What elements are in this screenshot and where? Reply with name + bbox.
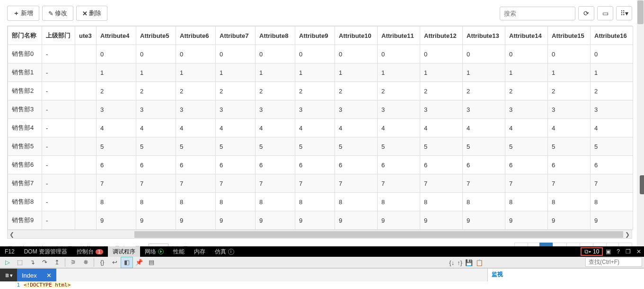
step-into-icon[interactable]: ↴ bbox=[26, 257, 38, 268]
refresh-button[interactable]: ⟳ bbox=[578, 6, 594, 20]
columns-button[interactable]: ⠿▾ bbox=[616, 6, 632, 20]
column-header[interactable]: Attribute9 bbox=[295, 27, 335, 45]
pin-tool-icon[interactable]: 📌 bbox=[133, 257, 145, 268]
tab-memory[interactable]: 内存 bbox=[189, 246, 210, 257]
pin-icon[interactable]: ▣ bbox=[603, 246, 614, 257]
step-over-icon[interactable]: ↷ bbox=[39, 257, 50, 268]
table-row[interactable]: 销售部2-2222222222222 bbox=[8, 82, 633, 100]
save-icon[interactable]: 💾 bbox=[465, 259, 473, 266]
column-header[interactable]: Attribute11 bbox=[378, 27, 420, 45]
tab-debugger[interactable]: 调试程序 bbox=[108, 246, 140, 257]
column-header[interactable]: Attribute16 bbox=[591, 27, 633, 45]
column-header[interactable]: ute3 bbox=[75, 27, 97, 45]
table-cell: 0 bbox=[548, 45, 591, 63]
table-cell: 6 bbox=[548, 156, 591, 174]
column-header[interactable]: Attribute15 bbox=[548, 27, 591, 45]
tab-network[interactable]: 网络 bbox=[140, 246, 168, 257]
table-cell bbox=[75, 45, 97, 63]
pretty-print-icon[interactable]: {} bbox=[97, 257, 108, 268]
side-handle[interactable] bbox=[640, 175, 644, 194]
table-cell: 7 bbox=[176, 174, 216, 193]
table-cell: 1 bbox=[505, 63, 548, 82]
table-cell: 0 bbox=[591, 45, 633, 63]
table-row[interactable]: 销售部7-7777777777777 bbox=[8, 174, 633, 193]
step-out-icon[interactable]: ↥ bbox=[51, 257, 62, 268]
break-icon[interactable]: ⬚ bbox=[14, 257, 26, 268]
table-cell: - bbox=[42, 82, 75, 100]
column-header[interactable]: Attribute14 bbox=[505, 27, 548, 45]
table-cell: 8 bbox=[378, 193, 420, 211]
table-cell: 8 bbox=[420, 193, 463, 211]
exception-icon[interactable]: ✵ bbox=[80, 257, 91, 268]
table-row[interactable]: 销售部0-0000000000000 bbox=[8, 45, 633, 63]
horizontal-scrollbar[interactable]: ❮ ❯ bbox=[7, 230, 632, 239]
table-cell: 6 bbox=[97, 156, 136, 174]
file-picker-handle[interactable]: 🗎▾ bbox=[0, 269, 17, 282]
toggle-button[interactable]: ▭ bbox=[597, 6, 613, 20]
bracket-in-icon[interactable]: {↓ bbox=[449, 259, 454, 266]
tab-performance[interactable]: 性能 bbox=[168, 246, 189, 257]
table-cell: 8 bbox=[176, 193, 216, 211]
column-header[interactable]: Attribute13 bbox=[463, 27, 505, 45]
undock-icon[interactable]: ❐ bbox=[623, 246, 634, 257]
delete-label: 删除 bbox=[89, 9, 101, 18]
table-cell: 8 bbox=[591, 193, 633, 211]
table-row[interactable]: 销售部8-8888888888888 bbox=[8, 193, 633, 211]
table-cell bbox=[75, 82, 97, 100]
table-cell: 7 bbox=[378, 174, 420, 193]
scroll-thumb[interactable] bbox=[134, 231, 623, 238]
table-cell: 5 bbox=[505, 137, 548, 156]
column-header[interactable]: Attribute6 bbox=[176, 27, 216, 45]
table-row[interactable]: 销售部4-4444444444444 bbox=[8, 119, 633, 137]
table-cell: 2 bbox=[295, 82, 335, 100]
table-row[interactable]: 销售部9-9999999999999 bbox=[8, 211, 633, 230]
table-row[interactable]: 销售部5-5555555555555 bbox=[8, 137, 633, 156]
wrap-icon[interactable]: ↩ bbox=[109, 257, 120, 268]
column-header[interactable]: Attribute7 bbox=[216, 27, 256, 45]
table-cell: 7 bbox=[591, 174, 633, 193]
highlight-icon[interactable]: ◧ bbox=[121, 257, 132, 268]
vertical-scrollbar[interactable] bbox=[637, 0, 644, 246]
delete-button[interactable]: ✕删除 bbox=[76, 6, 107, 21]
emulation-size-box[interactable]: ⧉▾ 10 bbox=[581, 247, 603, 256]
scroll-right-arrow[interactable]: ❯ bbox=[623, 230, 632, 239]
search-input[interactable] bbox=[500, 7, 575, 20]
table-cell: 9 bbox=[378, 211, 420, 230]
console-icon[interactable]: ▤ bbox=[146, 257, 157, 268]
continue-icon[interactable]: ▷ bbox=[2, 257, 13, 268]
column-header[interactable]: 上级部门 bbox=[42, 27, 75, 45]
tab-emulation[interactable]: 仿真 i bbox=[210, 246, 239, 257]
add-button[interactable]: ＋新增 bbox=[7, 6, 39, 21]
table-cell: 6 bbox=[591, 156, 633, 174]
find-input[interactable] bbox=[585, 257, 642, 267]
tab-dom-explorer[interactable]: DOM 资源管理器 bbox=[19, 246, 72, 257]
table-cell bbox=[75, 63, 97, 82]
break-new-worker-icon[interactable]: ⚞ bbox=[68, 257, 79, 268]
table-row[interactable]: 销售部6-6666666666666 bbox=[8, 156, 633, 174]
table-row[interactable]: 销售部3-3333333333333 bbox=[8, 100, 633, 119]
scroll-left-arrow[interactable]: ❮ bbox=[8, 230, 16, 239]
table-cell: 2 bbox=[505, 82, 548, 100]
table-cell: 5 bbox=[378, 137, 420, 156]
column-header[interactable]: Attribute12 bbox=[420, 27, 463, 45]
tab-console[interactable]: 控制台 1 bbox=[72, 246, 108, 257]
close-tab-icon[interactable]: ✕ bbox=[46, 272, 52, 279]
card-icon: ▭ bbox=[602, 9, 609, 17]
table-cell: 6 bbox=[256, 156, 295, 174]
help-icon[interactable]: ? bbox=[614, 246, 623, 257]
bracket-out-icon[interactable]: ↑} bbox=[457, 259, 462, 266]
column-header[interactable]: Attribute10 bbox=[335, 27, 378, 45]
table-cell: 2 bbox=[216, 82, 256, 100]
close-devtools-icon[interactable]: ✕ bbox=[634, 246, 644, 257]
column-header[interactable]: Attribute4 bbox=[97, 27, 136, 45]
copy-icon[interactable]: 📋 bbox=[476, 259, 483, 266]
table-cell: 6 bbox=[378, 156, 420, 174]
file-tab-index[interactable]: Index ✕ bbox=[17, 269, 56, 282]
column-header[interactable]: Attribute8 bbox=[256, 27, 295, 45]
debugger-mid-icons: {↓ ↑} 💾 📋 bbox=[449, 257, 483, 268]
column-header[interactable]: Attribute5 bbox=[136, 27, 176, 45]
column-header[interactable]: 部门名称 bbox=[8, 27, 42, 45]
edit-button[interactable]: ✎修改 bbox=[42, 6, 73, 21]
table-row[interactable]: 销售部1-1111111111111 bbox=[8, 63, 633, 82]
table-cell: 2 bbox=[335, 82, 378, 100]
